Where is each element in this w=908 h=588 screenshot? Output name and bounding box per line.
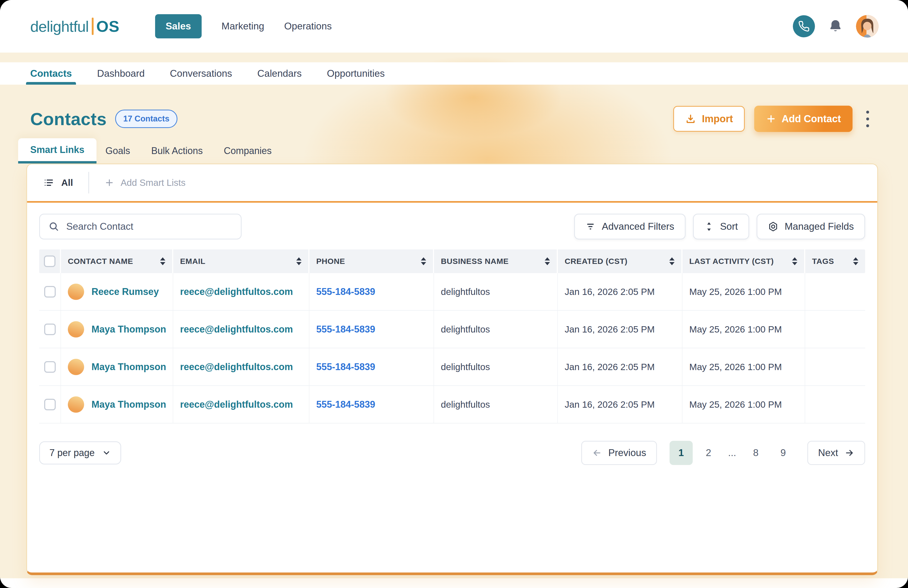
sub-nav-opportunities[interactable]: Opportunities bbox=[327, 62, 385, 85]
add-smart-lists-button[interactable]: Add Smart Lists bbox=[105, 177, 185, 188]
column-sort-icon[interactable] bbox=[853, 257, 858, 265]
main-nav: SalesMarketingOperations bbox=[155, 14, 332, 39]
column-sort-icon[interactable] bbox=[296, 257, 301, 265]
table-row[interactable]: Maya Thompson reece@delightfultos.com 55… bbox=[39, 348, 865, 386]
column-sort-icon[interactable] bbox=[792, 257, 797, 265]
sub-nav-contacts[interactable]: Contacts bbox=[30, 62, 72, 85]
managed-fields-button[interactable]: Managed Fields bbox=[757, 214, 865, 240]
contact-email[interactable]: reece@delightfultos.com bbox=[180, 324, 293, 335]
last-activity-date: May 25, 2026 1:00 PM bbox=[689, 399, 782, 410]
column-header-contact-name[interactable]: CONTACT NAME bbox=[61, 250, 173, 273]
tab-goals[interactable]: Goals bbox=[105, 145, 130, 156]
sort-arrows-icon bbox=[704, 221, 714, 232]
column-header-email[interactable]: EMAIL bbox=[173, 250, 309, 273]
chevron-down-icon bbox=[102, 448, 111, 458]
phone-icon bbox=[798, 21, 810, 32]
per-page-select[interactable]: 7 per page bbox=[39, 441, 121, 464]
sub-nav-calendars[interactable]: Calendars bbox=[258, 62, 302, 85]
contact-name[interactable]: Maya Thompson bbox=[92, 361, 166, 372]
page-numbers: 12...89 bbox=[668, 441, 797, 465]
column-sort-icon[interactable] bbox=[421, 257, 426, 265]
contact-phone[interactable]: 555-184-5839 bbox=[316, 399, 375, 410]
smart-list-all-label: All bbox=[61, 177, 73, 188]
top-bar: delightful OS SalesMarketingOperations bbox=[0, 0, 908, 53]
column-sort-icon[interactable] bbox=[669, 257, 675, 265]
column-header-created-cst[interactable]: CREATED (CST) bbox=[558, 250, 683, 273]
previous-label: Previous bbox=[608, 447, 646, 458]
column-header-phone[interactable]: PHONE bbox=[309, 250, 434, 273]
row-checkbox[interactable] bbox=[44, 286, 56, 298]
business-name: delightfultos bbox=[441, 287, 490, 297]
business-name: delightfultos bbox=[441, 362, 490, 372]
row-checkbox[interactable] bbox=[44, 399, 56, 410]
main-nav-operations[interactable]: Operations bbox=[284, 21, 332, 32]
table-row[interactable]: Reece Rumsey reece@delightfultos.com 555… bbox=[39, 273, 865, 311]
page-number-9[interactable]: 9 bbox=[771, 441, 795, 465]
contact-name[interactable]: Reece Rumsey bbox=[92, 286, 159, 297]
column-sort-icon[interactable] bbox=[160, 257, 165, 265]
contact-email[interactable]: reece@delightfultos.com bbox=[180, 286, 293, 297]
table-toolbar: Advanced Filters Sort Managed Fields bbox=[27, 214, 877, 240]
sub-nav-dashboard[interactable]: Dashboard bbox=[97, 62, 145, 85]
sort-button[interactable]: Sort bbox=[693, 214, 749, 240]
contact-email[interactable]: reece@delightfultos.com bbox=[180, 361, 293, 372]
contact-name[interactable]: Maya Thompson bbox=[92, 324, 166, 335]
pager: Previous 12...89 Next bbox=[581, 441, 865, 465]
page-number-2[interactable]: 2 bbox=[697, 441, 720, 465]
contact-phone[interactable]: 555-184-5839 bbox=[316, 361, 375, 372]
bell-icon bbox=[828, 19, 843, 34]
brand-name-bold: OS bbox=[96, 17, 120, 35]
brand-logo[interactable]: delightful OS bbox=[30, 17, 120, 35]
page-ellipsis: ... bbox=[724, 441, 740, 465]
previous-page-button[interactable]: Previous bbox=[581, 441, 657, 465]
contact-phone[interactable]: 555-184-5839 bbox=[316, 286, 375, 297]
contact-count-badge: 17 Contacts bbox=[115, 110, 178, 128]
add-contact-button[interactable]: Add Contact bbox=[754, 106, 853, 132]
search-icon bbox=[48, 221, 60, 232]
column-sort-icon[interactable] bbox=[545, 257, 550, 265]
row-checkbox[interactable] bbox=[44, 324, 56, 335]
contact-avatar bbox=[68, 284, 84, 300]
select-all-checkbox[interactable] bbox=[44, 256, 55, 267]
notifications-button[interactable] bbox=[828, 19, 843, 34]
sub-nav-conversations[interactable]: Conversations bbox=[170, 62, 232, 85]
phone-button[interactable] bbox=[793, 15, 815, 37]
filter-icon bbox=[586, 222, 596, 232]
page-number-current[interactable]: 1 bbox=[670, 441, 693, 465]
column-header-last-activity-cst[interactable]: LAST ACTIVITY (CST) bbox=[683, 250, 805, 273]
more-options-button[interactable] bbox=[864, 109, 871, 129]
created-date: Jan 16, 2026 2:05 PM bbox=[565, 399, 655, 410]
tab-bulk-actions[interactable]: Bulk Actions bbox=[151, 145, 203, 156]
smart-list-all[interactable]: All bbox=[43, 177, 73, 188]
table-row[interactable]: Maya Thompson reece@delightfultos.com 55… bbox=[39, 386, 865, 424]
contact-name[interactable]: Maya Thompson bbox=[92, 399, 166, 410]
column-header-tags[interactable]: TAGS bbox=[805, 250, 865, 273]
pagination-bar: 7 per page Previous 12...89 Next bbox=[27, 441, 877, 465]
content-area: ContactsDashboardConversationsCalendarsO… bbox=[0, 53, 908, 578]
view-tabs: Smart LinksGoalsBulk ActionsCompanies bbox=[0, 138, 908, 163]
search-input[interactable] bbox=[66, 221, 232, 232]
sort-label: Sort bbox=[720, 221, 738, 232]
user-avatar[interactable] bbox=[856, 15, 879, 38]
list-icon bbox=[43, 177, 55, 188]
next-page-button[interactable]: Next bbox=[807, 441, 865, 465]
column-label: CONTACT NAME bbox=[68, 257, 133, 266]
tab-smart-links[interactable]: Smart Links bbox=[18, 138, 97, 163]
main-nav-sales[interactable]: Sales bbox=[155, 14, 202, 39]
contact-avatar bbox=[68, 396, 84, 413]
column-header-business-name[interactable]: BUSINESS NAME bbox=[434, 250, 558, 273]
contact-email[interactable]: reece@delightfultos.com bbox=[180, 399, 293, 410]
import-button[interactable]: Import bbox=[673, 106, 745, 132]
arrow-left-icon bbox=[592, 448, 602, 458]
brand-name-light: delightful bbox=[30, 18, 89, 35]
page-number-8[interactable]: 8 bbox=[744, 441, 767, 465]
tab-companies[interactable]: Companies bbox=[224, 145, 272, 156]
contact-phone[interactable]: 555-184-5839 bbox=[316, 324, 375, 335]
table-row[interactable]: Maya Thompson reece@delightfultos.com 55… bbox=[39, 311, 865, 348]
advanced-filters-button[interactable]: Advanced Filters bbox=[574, 214, 686, 240]
column-label: CREATED (CST) bbox=[565, 257, 628, 266]
created-date: Jan 16, 2026 2:05 PM bbox=[565, 287, 655, 297]
main-nav-marketing[interactable]: Marketing bbox=[222, 21, 264, 32]
row-checkbox[interactable] bbox=[44, 361, 56, 373]
divider bbox=[89, 172, 89, 193]
